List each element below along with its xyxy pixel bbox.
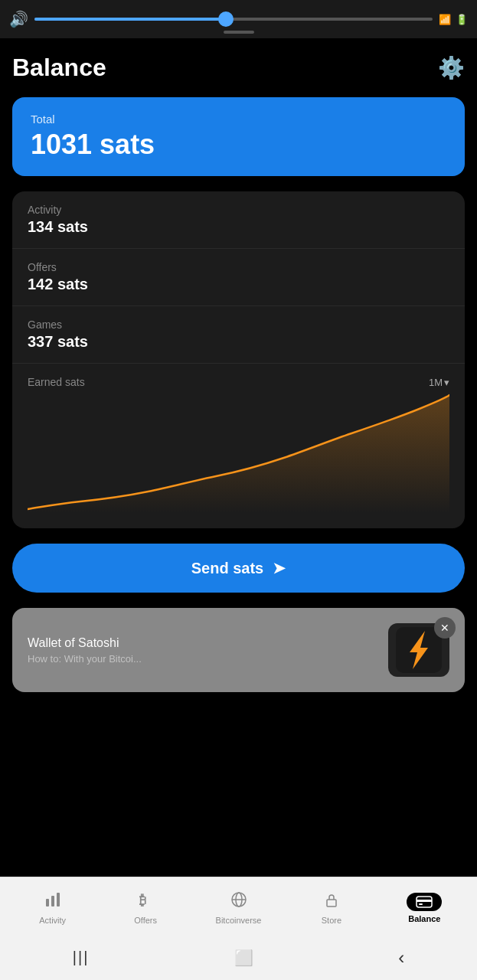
activity-label: Activity [28, 204, 449, 216]
balance-nav-label: Balance [408, 914, 440, 923]
progress-track[interactable] [34, 18, 433, 21]
store-nav-label: Store [322, 916, 341, 925]
balance-nav-icon [407, 893, 442, 911]
activity-nav-icon [44, 891, 61, 913]
svg-rect-11 [417, 900, 432, 902]
progress-fill [34, 18, 226, 21]
chart-header: Earned sats 1M ▾ [28, 376, 449, 388]
games-label: Games [28, 318, 449, 331]
phone-back-button[interactable]: ‹ [398, 947, 404, 969]
status-bar: 🔊 📶 🔋 [0, 0, 477, 38]
volume-icon: 🔊 [9, 10, 28, 28]
total-balance-card: Total 1031 sats [12, 97, 465, 176]
progress-thumb [218, 11, 234, 27]
status-bar-right: 📶 🔋 [439, 14, 468, 25]
nav-balance[interactable]: Balance [378, 887, 471, 929]
svg-rect-3 [51, 896, 54, 906]
svg-rect-2 [46, 899, 49, 906]
bitcoinverse-nav-label: Bitcoinverse [216, 916, 262, 925]
settings-icon[interactable]: ⚙️ [438, 55, 465, 80]
svg-rect-9 [327, 900, 336, 906]
nav-store[interactable]: Store [285, 885, 377, 931]
drag-handle [224, 31, 254, 34]
offers-amount: 142 sats [28, 276, 449, 293]
phone-home-button[interactable]: ⬜ [234, 949, 253, 967]
offers-nav-icon: ₿ [137, 891, 154, 913]
chart-filter-button[interactable]: 1M ▾ [429, 377, 449, 388]
main-content: Balance ⚙️ Total 1031 sats Activity 134 … [0, 38, 477, 877]
svg-text:₿: ₿ [139, 893, 146, 908]
nav-bitcoinverse[interactable]: Bitcoinverse [192, 885, 285, 931]
wallet-close-button[interactable]: ✕ [434, 617, 456, 639]
offers-label: Offers [28, 261, 449, 273]
signal-icon: 📶 [439, 14, 451, 25]
games-row: Games 337 sats [12, 306, 465, 364]
games-amount: 337 sats [28, 333, 449, 351]
send-icon: ➤ [273, 559, 286, 577]
total-amount: 1031 sats [31, 129, 446, 161]
page-title: Balance [12, 54, 106, 82]
earned-sats-chart [28, 390, 449, 513]
offers-nav-label: Offers [134, 916, 157, 925]
phone-system-nav: ||| ⬜ ‹ [0, 938, 477, 980]
svg-rect-12 [419, 903, 423, 905]
svg-rect-4 [57, 893, 60, 906]
offers-row: Offers 142 sats [12, 249, 465, 306]
wallet-info: Wallet of Satoshi How to: With your Bitc… [28, 636, 142, 665]
phone-menu-button[interactable]: ||| [73, 949, 90, 966]
battery-icon: 🔋 [456, 14, 468, 25]
activity-row: Activity 134 sats [12, 191, 465, 249]
send-button-label: Send sats [191, 560, 263, 577]
activity-amount: 134 sats [28, 218, 449, 236]
nav-offers[interactable]: ₿ Offers [99, 885, 191, 931]
bitcoinverse-nav-icon [230, 891, 247, 913]
send-sats-button[interactable]: Send sats ➤ [12, 544, 465, 593]
wallet-card: Wallet of Satoshi How to: With your Bitc… [12, 608, 465, 692]
nav-activity[interactable]: Activity [6, 885, 99, 931]
store-nav-icon [323, 891, 340, 913]
total-label: Total [31, 113, 446, 126]
page-header: Balance ⚙️ [12, 54, 465, 82]
bottom-nav: Activity ₿ Offers Bitcoinverse Store [0, 877, 477, 938]
wallet-name: Wallet of Satoshi [28, 636, 142, 650]
breakdown-container: Activity 134 sats Offers 142 sats Games … [12, 191, 465, 528]
chart-section: Earned sats 1M ▾ [12, 364, 465, 528]
chart-title: Earned sats [28, 376, 85, 388]
activity-nav-label: Activity [39, 916, 66, 925]
wallet-subtext: How to: With your Bitcoi... [28, 653, 142, 665]
